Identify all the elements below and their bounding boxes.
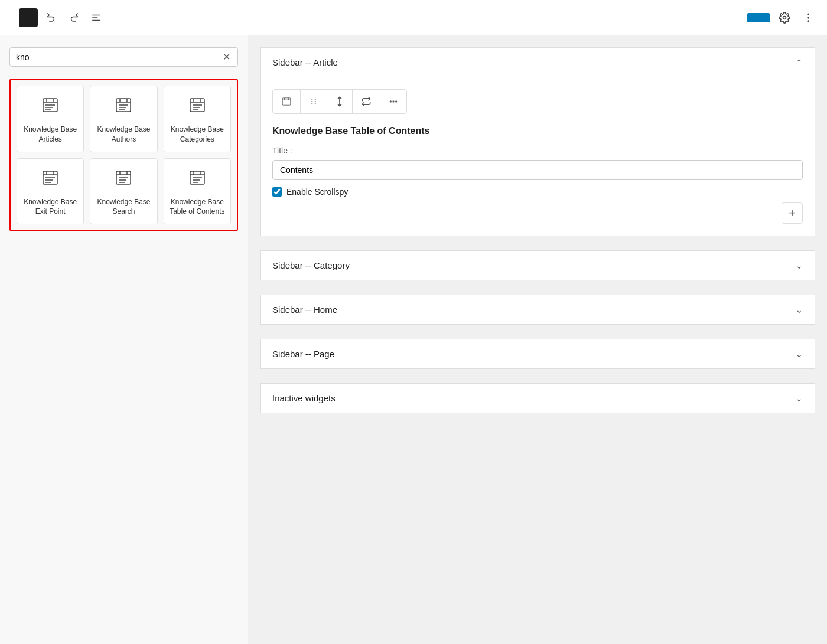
svg-point-61 <box>396 101 397 102</box>
widget-form: Knowledge Base Table of Contents Title :… <box>272 126 803 197</box>
widget-icon-articles <box>41 96 60 119</box>
sidebar-section-page: Sidebar -- Page ⌄ <box>260 339 815 369</box>
widget-item-authors[interactable]: Knowledge Base Authors <box>90 86 157 152</box>
svg-point-56 <box>315 101 316 102</box>
widget-icon-search <box>114 168 133 191</box>
widget-icon-authors <box>114 96 133 119</box>
sidebar-section-article: Sidebar -- Article ⌃ <box>260 47 815 236</box>
scrollspy-checkbox[interactable] <box>272 187 282 197</box>
more-options-button[interactable] <box>799 8 818 27</box>
sidebar-section-label-home: Sidebar -- Home <box>272 305 337 315</box>
menu-button[interactable] <box>87 9 105 27</box>
widget-icon-categories <box>188 96 207 119</box>
widget-grid-icon-button[interactable] <box>273 90 301 113</box>
svg-point-53 <box>311 99 312 100</box>
section-separator <box>260 287 815 295</box>
widget-drag-button[interactable] <box>301 91 327 112</box>
search-bar: ✕ <box>9 47 238 67</box>
widget-grid: Knowledge Base Articles Knowledge Base A… <box>17 86 231 224</box>
undo-button[interactable] <box>43 9 60 27</box>
sidebar-section-home: Sidebar -- Home ⌄ <box>260 295 815 325</box>
sidebar-section-label-article: Sidebar -- Article <box>272 57 338 67</box>
chevron-down-icon: ⌄ <box>796 261 803 270</box>
sidebar-section-body-article: Knowledge Base Table of Contents Title :… <box>260 77 815 236</box>
main-layout: ✕ Knowledge Base Articles <box>0 35 827 644</box>
sidebar-section-header-article[interactable]: Sidebar -- Article ⌃ <box>260 47 815 77</box>
svg-rect-49 <box>282 98 291 105</box>
scrollspy-row: Enable Scrollspy <box>272 187 803 197</box>
close-button[interactable] <box>19 8 38 27</box>
widget-label-articles: Knowledge Base Articles <box>22 125 79 145</box>
widget-grid-container: Knowledge Base Articles Knowledge Base A… <box>9 79 238 231</box>
svg-point-58 <box>315 103 316 104</box>
widget-item-search[interactable]: Knowledge Base Search <box>90 158 157 225</box>
sidebar-section-inactive: Inactive widgets ⌄ <box>260 383 815 413</box>
redo-button[interactable] <box>65 9 83 27</box>
widget-label-search: Knowledge Base Search <box>95 197 152 217</box>
search-input[interactable] <box>16 53 222 62</box>
topbar <box>0 0 827 35</box>
svg-point-55 <box>311 101 312 102</box>
widget-label-authors: Knowledge Base Authors <box>95 125 152 145</box>
sidebar-section-category: Sidebar -- Category ⌄ <box>260 250 815 280</box>
widget-label-toc: Knowledge Base Table of Contents <box>169 197 226 217</box>
svg-point-4 <box>808 14 809 15</box>
sidebar-section-label-category: Sidebar -- Category <box>272 260 350 270</box>
section-separator <box>260 243 815 250</box>
chevron-up-icon: ⌃ <box>796 58 803 67</box>
sidebar-section-header-inactive[interactable]: Inactive widgets ⌄ <box>260 383 815 413</box>
widget-item-toc[interactable]: Knowledge Base Table of Contents <box>164 158 231 225</box>
sidebar-section-label-page: Sidebar -- Page <box>272 349 334 359</box>
add-widget-button[interactable]: + <box>782 202 803 224</box>
chevron-down-icon: ⌄ <box>796 394 803 403</box>
chevron-down-icon: ⌄ <box>796 349 803 359</box>
svg-point-5 <box>808 17 809 18</box>
widget-more-button[interactable] <box>380 91 406 112</box>
title-field-label: Title : <box>272 146 803 155</box>
widget-icon-exit-point <box>41 168 60 191</box>
widget-form-title: Knowledge Base Table of Contents <box>272 126 803 136</box>
widget-item-categories[interactable]: Knowledge Base Categories <box>164 86 231 152</box>
svg-point-59 <box>390 101 391 102</box>
chevron-down-icon: ⌄ <box>796 305 803 315</box>
widget-item-exit-point[interactable]: Knowledge Base Exit Point <box>17 158 84 225</box>
sidebar-section-label-inactive: Inactive widgets <box>272 393 336 403</box>
widget-icon-toc <box>188 168 207 191</box>
plus-btn-container: + <box>272 202 803 224</box>
left-panel: ✕ Knowledge Base Articles <box>0 35 248 644</box>
svg-point-3 <box>783 16 786 19</box>
search-clear-button[interactable]: ✕ <box>222 51 232 63</box>
update-button[interactable] <box>747 13 770 22</box>
right-panel: Sidebar -- Article ⌃ <box>248 35 827 644</box>
sidebar-section-header-page[interactable]: Sidebar -- Page ⌄ <box>260 339 815 369</box>
sidebar-section-header-home[interactable]: Sidebar -- Home ⌄ <box>260 295 815 325</box>
widget-toolbar <box>272 89 407 114</box>
widget-updown-button[interactable] <box>327 90 353 113</box>
widget-item-articles[interactable]: Knowledge Base Articles <box>17 86 84 152</box>
section-separator <box>260 376 815 383</box>
svg-point-54 <box>315 99 316 100</box>
sidebar-section-header-category[interactable]: Sidebar -- Category ⌄ <box>260 250 815 280</box>
svg-point-60 <box>393 101 394 102</box>
widget-transform-button[interactable] <box>353 90 380 113</box>
scrollspy-label: Enable Scrollspy <box>286 187 348 197</box>
widget-label-exit-point: Knowledge Base Exit Point <box>22 197 79 217</box>
svg-point-57 <box>311 103 312 104</box>
section-separator <box>260 332 815 339</box>
svg-point-6 <box>808 21 809 22</box>
widget-label-categories: Knowledge Base Categories <box>169 125 226 145</box>
title-field-input[interactable] <box>272 160 803 180</box>
settings-button[interactable] <box>775 8 794 27</box>
